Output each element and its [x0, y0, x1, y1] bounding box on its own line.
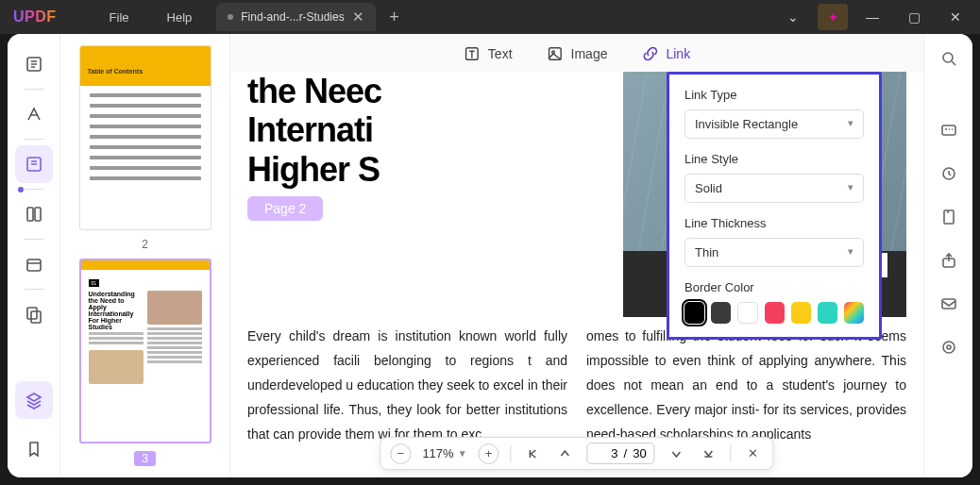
maximize-icon[interactable]: ▢ [897, 4, 931, 30]
thumbnail-page-3[interactable]: 01 Understanding the Need to Apply Inter… [79, 259, 211, 443]
svg-point-17 [947, 345, 951, 349]
edit-text-label: Text [488, 46, 513, 61]
left-bottom-tools [8, 381, 60, 468]
tab-close-icon[interactable]: ✕ [352, 8, 364, 25]
active-tool-indicator [18, 187, 24, 192]
page-sep: / [624, 446, 628, 460]
canvas: Text Image Link the Neec Internati Highe… [230, 34, 923, 477]
menu-file[interactable]: File [91, 10, 148, 25]
color-swatch-darkgray[interactable] [711, 302, 731, 324]
zoom-in-icon[interactable]: + [479, 443, 499, 464]
email-icon[interactable] [936, 291, 962, 317]
app-logo: UPDF [13, 8, 57, 25]
first-page-icon[interactable] [523, 443, 544, 464]
page-current-input[interactable] [596, 446, 618, 460]
reader-tool-icon[interactable] [15, 45, 53, 83]
close-icon[interactable]: ✕ [938, 4, 972, 30]
page-link-button[interactable]: Page 2 [247, 196, 323, 221]
prev-page-icon[interactable] [555, 443, 576, 464]
thumbnail-number-2: 2 [142, 238, 148, 251]
page-total: 30 [633, 446, 646, 460]
edit-image-label: Image [571, 46, 608, 61]
line-style-dropdown[interactable]: Solid [684, 174, 864, 203]
right-toolbar [923, 34, 972, 477]
share-icon[interactable] [936, 247, 962, 274]
ocr-icon[interactable] [936, 117, 962, 143]
svg-point-10 [943, 53, 953, 62]
link-properties-panel: Link Type Invisible Rectangle Line Style… [667, 72, 882, 340]
tab-dot-icon [228, 14, 233, 20]
link-type-label: Link Type [684, 88, 864, 102]
heading-line-2: Internati [247, 110, 606, 149]
color-swatch-custom[interactable] [844, 302, 864, 324]
body-column-1: Every child's dream is institution known… [247, 325, 567, 446]
border-color-label: Border Color [684, 280, 864, 294]
print-icon[interactable] [936, 334, 962, 360]
edit-mode-toolbar: Text Image Link [450, 40, 703, 68]
zoom-dropdown[interactable]: 117% ▼ [422, 446, 466, 460]
edit-image-button[interactable]: Image [547, 45, 608, 62]
titlebar: UPDF File Help Find-and-...r-Studies* ✕ … [0, 0, 980, 34]
search-icon[interactable] [936, 45, 962, 72]
next-page-icon[interactable] [667, 443, 687, 464]
color-swatches [684, 302, 864, 324]
chevron-down-icon[interactable]: ⌄ [776, 4, 810, 30]
ai-sparkle-icon[interactable]: ✦ [818, 4, 848, 30]
svg-rect-5 [27, 308, 37, 319]
thumbnail-page-2[interactable]: Table of Contents [79, 45, 211, 230]
tools-tool-icon[interactable] [15, 245, 53, 283]
svg-rect-3 [35, 208, 41, 221]
zoom-out-icon[interactable]: − [390, 443, 411, 464]
svg-point-16 [943, 342, 955, 353]
svg-rect-11 [942, 125, 955, 135]
color-swatch-white[interactable] [737, 302, 757, 324]
thumbnail-panel[interactable]: Table of Contents 2 01 Understanding [60, 34, 230, 477]
color-swatch-teal[interactable] [818, 302, 837, 324]
color-swatch-black[interactable] [684, 302, 704, 324]
menu-help[interactable]: Help [148, 10, 211, 25]
layers-icon[interactable] [15, 381, 53, 419]
page-input[interactable]: / 30 [587, 443, 655, 464]
edit-text-button[interactable]: Text [464, 45, 513, 62]
heading-line-1: the Neec [247, 72, 606, 110]
link-type-dropdown[interactable]: Invisible Rectangle [684, 109, 864, 139]
heading-line-3: Higher S [247, 150, 606, 189]
edit-tool-icon[interactable] [15, 145, 53, 183]
line-style-label: Line Style [684, 152, 864, 166]
bookmark-icon[interactable] [15, 430, 53, 468]
edit-link-button[interactable]: Link [641, 45, 690, 62]
page-display-icon[interactable] [936, 204, 962, 230]
minimize-icon[interactable]: — [855, 4, 889, 30]
svg-rect-2 [27, 208, 33, 221]
color-swatch-pink[interactable] [765, 302, 785, 324]
color-swatch-yellow[interactable] [791, 302, 811, 324]
organize-tool-icon[interactable] [15, 195, 53, 233]
line-thickness-dropdown[interactable]: Thin [684, 238, 864, 267]
bottom-toolbar: − 117% ▼ + / 30 ✕ [380, 437, 773, 470]
zoom-value: 117% [422, 446, 453, 460]
svg-rect-4 [27, 259, 41, 271]
line-thickness-label: Line Thickness [684, 216, 864, 230]
thumbnail-number-3: 3 [134, 451, 156, 466]
edit-link-label: Link [666, 46, 690, 61]
tab-add-icon[interactable]: + [389, 8, 399, 27]
svg-rect-6 [31, 311, 41, 323]
close-toolbar-icon[interactable]: ✕ [743, 443, 764, 464]
toc-title: Table of Contents [88, 68, 203, 75]
redact-tool-icon[interactable] [15, 295, 53, 333]
thumb-heading: Understanding the Need to Apply Internat… [89, 291, 144, 330]
svg-rect-15 [942, 299, 955, 309]
last-page-icon[interactable] [699, 443, 719, 464]
svg-rect-13 [944, 210, 954, 224]
crop-icon[interactable] [936, 160, 962, 187]
workspace: Table of Contents 2 01 Understanding [8, 34, 972, 477]
annotate-tool-icon[interactable] [15, 95, 53, 133]
thumb-badge: 01 [89, 279, 100, 287]
tab-label: Find-and-...r-Studies* [241, 10, 345, 24]
document-tab[interactable]: Find-and-...r-Studies* ✕ [216, 3, 376, 31]
body-column-2: omes to fulfilling the student fees for … [586, 325, 906, 446]
